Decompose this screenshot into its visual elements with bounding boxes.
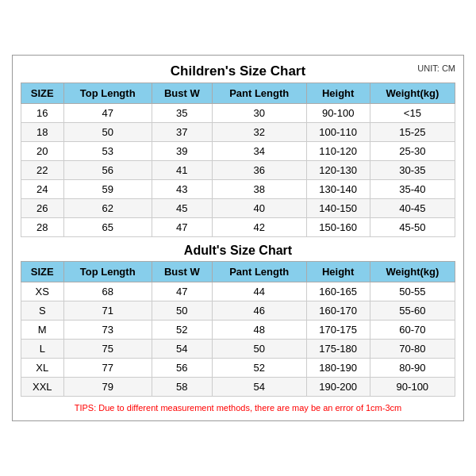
- table-cell: 36: [212, 161, 306, 180]
- table-cell: 52: [212, 359, 306, 378]
- table-row: 18503732100-11015-25: [21, 123, 455, 142]
- table-row: XL775652180-19080-90: [21, 359, 455, 378]
- table-cell: 37: [152, 123, 212, 142]
- table-cell: 160-165: [306, 282, 370, 301]
- table-cell: 56: [152, 359, 212, 378]
- table-cell: 47: [63, 104, 152, 123]
- table-cell: 80-90: [370, 359, 455, 378]
- table-cell: 32: [212, 123, 306, 142]
- adult-col-size-header: SIZE: [21, 262, 64, 282]
- col-weight-header: Weight(kg): [370, 83, 455, 104]
- table-cell: 54: [152, 340, 212, 359]
- table-cell: 35: [152, 104, 212, 123]
- children-title-text: Children's Size Chart: [171, 63, 305, 79]
- table-cell: 110-120: [306, 142, 370, 161]
- table-cell: 39: [152, 142, 212, 161]
- table-cell: 50: [152, 301, 212, 321]
- table-cell: 50-55: [370, 282, 455, 301]
- table-row: 26624540140-15040-45: [21, 199, 455, 218]
- table-cell: 79: [63, 378, 152, 397]
- adult-title-text: Adult's Size Chart: [184, 244, 292, 257]
- table-row: XS684744160-16550-55: [21, 282, 455, 301]
- table-cell: 90-100: [370, 378, 455, 397]
- table-cell: 35-40: [370, 180, 455, 199]
- table-cell: S: [21, 301, 64, 321]
- table-cell: 45: [152, 199, 212, 218]
- table-cell: 25-30: [370, 142, 455, 161]
- col-bust-w-header: Bust W: [152, 83, 212, 104]
- table-cell: 45-50: [370, 218, 455, 237]
- table-cell: 43: [152, 180, 212, 199]
- table-cell: 150-160: [306, 218, 370, 237]
- unit-label: UNIT: CM: [417, 63, 455, 73]
- table-cell: 59: [63, 180, 152, 199]
- adult-col-height-header: Height: [306, 262, 370, 282]
- adult-col-top-length-header: Top Length: [63, 262, 152, 282]
- table-cell: 38: [212, 180, 306, 199]
- table-cell: 15-25: [370, 123, 455, 142]
- table-row: 24594338130-14035-40: [21, 180, 455, 199]
- table-cell: 50: [63, 123, 152, 142]
- adult-chart-title: Adult's Size Chart: [21, 244, 455, 258]
- table-cell: 18: [21, 123, 64, 142]
- table-cell: 120-130: [306, 161, 370, 180]
- table-cell: 62: [63, 199, 152, 218]
- table-cell: 54: [212, 378, 306, 397]
- table-cell: 50: [212, 340, 306, 359]
- table-cell: 180-190: [306, 359, 370, 378]
- table-cell: 170-175: [306, 321, 370, 340]
- table-cell: 41: [152, 161, 212, 180]
- table-cell: 48: [212, 321, 306, 340]
- table-cell: 58: [152, 378, 212, 397]
- table-row: 28654742150-16045-50: [21, 218, 455, 237]
- table-cell: 34: [212, 142, 306, 161]
- children-header-row: SIZE Top Length Bust W Pant Length Heigh…: [21, 83, 455, 104]
- table-row: L755450175-18070-80: [21, 340, 455, 359]
- size-chart-container: Children's Size Chart UNIT: CM SIZE Top …: [12, 55, 464, 421]
- table-cell: 55-60: [370, 301, 455, 321]
- table-row: 20533934110-12025-30: [21, 142, 455, 161]
- table-cell: 60-70: [370, 321, 455, 340]
- table-cell: 90-100: [306, 104, 370, 123]
- table-cell: XXL: [21, 378, 64, 397]
- table-cell: 46: [212, 301, 306, 321]
- children-table: SIZE Top Length Bust W Pant Length Heigh…: [21, 83, 455, 237]
- col-height-header: Height: [306, 83, 370, 104]
- table-cell: 71: [63, 301, 152, 321]
- table-cell: 24: [21, 180, 64, 199]
- table-cell: 42: [212, 218, 306, 237]
- col-size-header: SIZE: [21, 83, 64, 104]
- table-cell: 73: [63, 321, 152, 340]
- table-cell: 47: [152, 282, 212, 301]
- table-cell: 77: [63, 359, 152, 378]
- table-cell: 28: [21, 218, 64, 237]
- table-cell: XS: [21, 282, 64, 301]
- table-cell: <15: [370, 104, 455, 123]
- table-cell: 70-80: [370, 340, 455, 359]
- table-cell: 16: [21, 104, 64, 123]
- table-cell: 22: [21, 161, 64, 180]
- table-row: 22564136120-13030-35: [21, 161, 455, 180]
- table-cell: 65: [63, 218, 152, 237]
- adult-col-weight-header: Weight(kg): [370, 262, 455, 282]
- table-cell: 40-45: [370, 199, 455, 218]
- adult-header-row: SIZE Top Length Bust W Pant Length Heigh…: [21, 262, 455, 282]
- table-row: S715046160-17055-60: [21, 301, 455, 321]
- table-cell: 30-35: [370, 161, 455, 180]
- table-cell: 53: [63, 142, 152, 161]
- table-cell: L: [21, 340, 64, 359]
- table-cell: 56: [63, 161, 152, 180]
- table-cell: 30: [212, 104, 306, 123]
- table-cell: 100-110: [306, 123, 370, 142]
- table-cell: XL: [21, 359, 64, 378]
- table-cell: 20: [21, 142, 64, 161]
- children-chart-title: Children's Size Chart UNIT: CM: [21, 63, 455, 79]
- table-cell: 75: [63, 340, 152, 359]
- table-cell: 68: [63, 282, 152, 301]
- table-cell: 140-150: [306, 199, 370, 218]
- adult-col-pant-length-header: Pant Length: [212, 262, 306, 282]
- table-cell: 160-170: [306, 301, 370, 321]
- table-cell: 52: [152, 321, 212, 340]
- col-top-length-header: Top Length: [63, 83, 152, 104]
- col-pant-length-header: Pant Length: [212, 83, 306, 104]
